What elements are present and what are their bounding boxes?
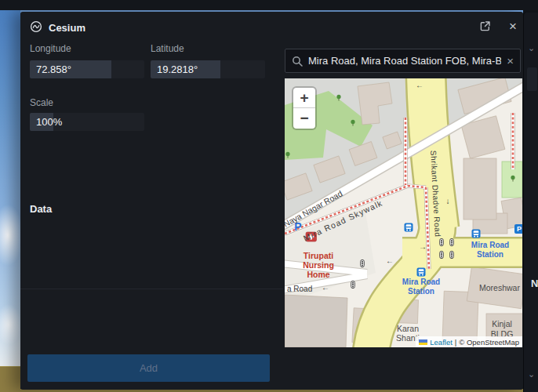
- svg-text:P: P: [517, 225, 522, 233]
- road-arrow: →: [419, 242, 427, 251]
- cesium-dialog: Cesium × Longitude Latitude 72.858° 19.2…: [20, 12, 523, 390]
- open-external-icon[interactable]: [478, 20, 492, 33]
- zoom-in-button[interactable]: +: [293, 88, 315, 108]
- kinjal-label: Kinjal: [492, 319, 512, 328]
- longitude-input[interactable]: 72.858°: [30, 60, 144, 78]
- panel-partial-label: N: [531, 278, 538, 289]
- latitude-value: 19.2818°: [151, 60, 220, 78]
- add-button[interactable]: Add: [27, 354, 270, 382]
- traffic-signal-icon: [351, 281, 355, 288]
- map-attribution: Leaflet | © OpenStreetMap: [416, 336, 522, 347]
- station-label: Mira Road: [402, 278, 440, 286]
- scale-selected-value: 100: [30, 113, 53, 131]
- latitude-input[interactable]: 19.2818°: [151, 60, 265, 78]
- parking-icon: P: [514, 224, 522, 234]
- close-icon[interactable]: ×: [505, 19, 521, 34]
- cloud: [0, 304, 22, 345]
- road-arrow: ←: [416, 81, 423, 89]
- location-search[interactable]: ×: [285, 49, 521, 73]
- attribution-separator: |: [455, 338, 456, 347]
- road-arrow: ↓: [446, 197, 450, 205]
- chevron-down-icon[interactable]: ⌄: [528, 44, 535, 52]
- right-side-panel: ⌄ N ⌄: [523, 13, 538, 392]
- tirupati-label: Home: [307, 270, 329, 279]
- karan-label: Karan: [397, 324, 419, 333]
- bus-stop-icon: [405, 223, 413, 232]
- longitude-value: 72.858°: [30, 60, 111, 78]
- panel-fragment: [527, 67, 537, 91]
- scale-suffix: %: [53, 116, 63, 128]
- traffic-signal-icon: [440, 251, 444, 258]
- osm-link[interactable]: © OpenStreetMap: [459, 338, 519, 347]
- traffic-signal-icon: [361, 260, 365, 267]
- zoom-out-button[interactable]: −: [293, 108, 315, 129]
- latitude-label: Latitude: [151, 43, 184, 54]
- station-label: Station: [477, 250, 503, 259]
- traffic-signal-icon: [440, 238, 444, 245]
- tirupati-label: Nursing: [303, 260, 334, 270]
- search-icon: [292, 56, 303, 67]
- leaflet-link[interactable]: Leaflet: [430, 338, 453, 347]
- map-tiles: ← ↓ → ← ← P: [285, 78, 522, 347]
- leaflet-map[interactable]: ← ↓ → ← ← P: [285, 78, 522, 347]
- moreshwar-label: Moreshwar: [479, 283, 520, 292]
- globe-viewport[interactable]: [0, 10, 20, 392]
- map-zoom-control: + −: [293, 88, 315, 129]
- tirupati-label: Tirupati: [304, 251, 333, 260]
- dialog-title: Cesium: [49, 22, 85, 34]
- scale-label: Scale: [30, 97, 53, 108]
- traffic-signal-icon: [450, 251, 454, 258]
- clear-search-icon[interactable]: ×: [507, 55, 514, 67]
- top-bar: [0, 0, 538, 10]
- ukraine-flag-icon: [419, 339, 427, 345]
- chevron-down-icon[interactable]: ⌄: [528, 370, 535, 378]
- scale-input[interactable]: 100 %: [30, 113, 144, 131]
- bus-stop-icon: [417, 268, 426, 277]
- bus-stop-icon: [472, 230, 481, 238]
- station-label: Mira Road: [471, 241, 509, 249]
- road-arrow: ←: [322, 283, 329, 292]
- section-divider: [20, 289, 283, 289]
- cesium-logo-icon: [30, 20, 42, 33]
- traffic-signal-icon: [450, 238, 454, 245]
- road-label-a-road: a Road: [287, 285, 312, 293]
- search-input[interactable]: [308, 55, 501, 67]
- station-label: Station: [408, 287, 434, 296]
- data-section-label: Data: [30, 203, 52, 215]
- road-arrow: ←: [386, 256, 394, 265]
- longitude-label: Longitude: [30, 43, 71, 54]
